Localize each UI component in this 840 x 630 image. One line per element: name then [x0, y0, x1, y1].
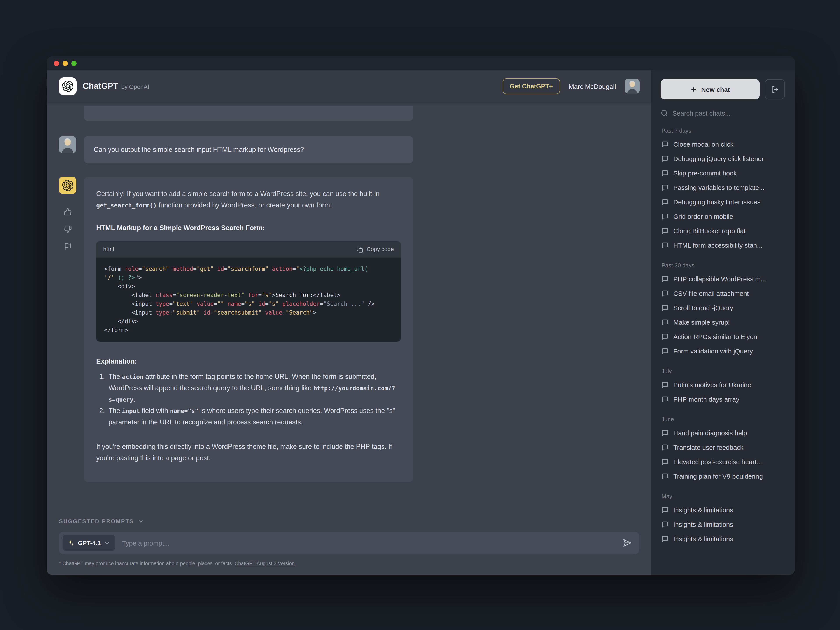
- prompt-composer: GPT-4.1: [59, 532, 639, 554]
- history-section-label: July: [651, 358, 794, 377]
- history-chat-title: Grid order on mobile: [673, 213, 733, 220]
- account-avatar-image: [625, 79, 639, 94]
- get-chatgpt-plus-button[interactable]: Get ChatGPT+: [503, 78, 560, 94]
- chat-bubble-icon: [662, 429, 668, 436]
- history-chat-item[interactable]: Make simple syrup!: [651, 315, 794, 330]
- code-line: <input type="submit" id="searchsubmit" v…: [104, 308, 393, 317]
- history-chat-item[interactable]: Insights & limitations: [651, 517, 794, 532]
- user-message: Can you output the simple search input H…: [84, 136, 413, 163]
- previous-message-bubble-partial: [84, 106, 413, 121]
- history-chat-item[interactable]: Translate user feedback: [651, 440, 794, 455]
- explanation-list: The action attribute in the form tag poi…: [96, 371, 401, 428]
- zoom-window-button[interactable]: [71, 61, 77, 66]
- user-avatar: [59, 136, 76, 153]
- assistant-intro-paragraph: Certainly! If you want to add a simple s…: [96, 188, 401, 211]
- model-selector[interactable]: GPT-4.1: [63, 535, 115, 551]
- history-chat-item[interactable]: Insights & limitations: [651, 503, 794, 517]
- send-button[interactable]: [621, 538, 630, 548]
- history-chat-title: Skip pre-commit hook: [673, 169, 737, 177]
- history-section-label: June: [651, 406, 794, 426]
- composer-wrap: GPT-4.1: [47, 532, 651, 554]
- history-chat-item[interactable]: Form validation with jQuery: [651, 344, 794, 358]
- suggested-prompts-toggle[interactable]: SUGGESTED PROMPTS: [47, 518, 651, 532]
- history-section-label: May: [651, 483, 794, 503]
- chat-bubble-icon: [662, 290, 668, 297]
- account-name: Marc McDougall: [568, 82, 616, 90]
- history-chat-item[interactable]: CSV file email attachment: [651, 286, 794, 300]
- version-link[interactable]: ChatGPT August 3 Version: [235, 561, 294, 566]
- history-chat-item[interactable]: Scroll to end -jQuery: [651, 300, 794, 315]
- chat-bubble-icon: [662, 444, 668, 451]
- history-chat-title: Debugging husky linter issues: [673, 198, 761, 205]
- assistant-avatar: [59, 177, 76, 194]
- chat-bubble-icon: [662, 507, 668, 513]
- copy-code-button[interactable]: Copy code: [357, 244, 394, 255]
- message-feedback-rail: [64, 208, 71, 251]
- sign-out-button[interactable]: [765, 79, 785, 99]
- history-chat-title: HTML form accessibility stan...: [673, 242, 763, 249]
- history-chat-item[interactable]: Skip pre-commit hook: [651, 166, 794, 180]
- history-chat-item[interactable]: PHP month days array: [651, 392, 794, 406]
- assistant-message-row: Certainly! If you want to add a simple s…: [59, 177, 651, 482]
- copy-icon: [357, 246, 363, 253]
- thumbs-down-button[interactable]: [64, 225, 71, 233]
- history-chat-title: PHP collapsible WordPress m...: [673, 275, 766, 283]
- thumbs-up-button[interactable]: [64, 208, 71, 216]
- search-icon: [661, 109, 668, 117]
- flag-button[interactable]: [64, 243, 71, 251]
- code-line: '/' ); ?>">: [104, 273, 393, 282]
- history-chat-title: Elevated post-exercise heart...: [673, 458, 762, 466]
- search-past-chats-input[interactable]: [673, 109, 785, 117]
- thumbs-down-icon: [64, 225, 71, 233]
- history-chat-item[interactable]: Action RPGs similar to Elyon: [651, 330, 794, 344]
- chat-bubble-icon: [662, 184, 668, 191]
- history-chat-item[interactable]: Putin's motives for Ukraine: [651, 377, 794, 392]
- desktop-background: ChatGPT by OpenAI Get ChatGPT+ Marc McDo…: [0, 0, 840, 630]
- history-chat-title: Close modal on click: [673, 141, 733, 148]
- minimize-window-button[interactable]: [63, 61, 68, 66]
- history-chat-item[interactable]: Close modal on click: [651, 137, 794, 152]
- chat-bubble-icon: [662, 521, 668, 528]
- history-chat-title: Training plan for V9 bouldering: [673, 472, 763, 480]
- prompt-input[interactable]: [122, 539, 621, 547]
- history-chat-title: Insights & limitations: [673, 535, 733, 543]
- account-avatar[interactable]: [625, 79, 639, 94]
- history-chat-title: Form validation with jQuery: [673, 347, 753, 355]
- history-chat-item[interactable]: Clone BitBucket repo flat: [651, 224, 794, 238]
- code-block: html Copy code <form role="search" metho…: [96, 241, 401, 342]
- history-section-label: Past 30 days: [651, 253, 794, 272]
- history-chat-title: Putin's motives for Ukraine: [673, 381, 751, 388]
- new-chat-button[interactable]: New chat: [661, 79, 759, 99]
- copy-code-label: Copy code: [366, 244, 394, 255]
- history-chat-item[interactable]: PHP collapsible WordPress m...: [651, 272, 794, 286]
- code-content: <form role="search" method="get" id="sea…: [96, 258, 401, 342]
- chat-bubble-icon: [662, 396, 668, 403]
- chevron-down-icon: [104, 540, 110, 546]
- chat-bubble-icon: [662, 275, 668, 283]
- sidebar-top-actions: New chat: [651, 70, 794, 99]
- history-chat-item[interactable]: Insights & limitations: [651, 532, 794, 546]
- code-line: <input type="text" value="" name="s" id=…: [104, 300, 393, 308]
- markup-heading: HTML Markup for a Simple WordPress Searc…: [96, 222, 401, 234]
- window-titlebar: [47, 57, 794, 70]
- history-chat-item[interactable]: Training plan for V9 bouldering: [651, 469, 794, 483]
- close-window-button[interactable]: [54, 61, 59, 66]
- history-chat-item[interactable]: Elevated post-exercise heart...: [651, 455, 794, 469]
- history-chat-title: Passing variables to template...: [673, 184, 764, 191]
- history-chat-title: Translate user feedback: [673, 444, 744, 451]
- history-chat-item[interactable]: Hand pain diagnosis help: [651, 426, 794, 440]
- history-chat-item[interactable]: Grid order on mobile: [651, 209, 794, 224]
- history-chat-title: Hand pain diagnosis help: [673, 429, 747, 437]
- history-chat-title: CSV file email attachment: [673, 290, 749, 297]
- sparkles-icon: [68, 540, 74, 546]
- history-chat-item[interactable]: Debugging husky linter issues: [651, 195, 794, 209]
- chat-bubble-icon: [662, 333, 668, 340]
- user-message-row: Can you output the simple search input H…: [59, 136, 651, 163]
- history-chat-item[interactable]: Debugging jQuery click listener: [651, 152, 794, 166]
- chat-bubble-icon: [662, 155, 668, 162]
- history-chat-item[interactable]: Passing variables to template...: [651, 180, 794, 195]
- history-chat-item[interactable]: HTML form accessibility stan...: [651, 238, 794, 253]
- chevron-down-icon: [138, 518, 144, 524]
- thumbs-up-icon: [64, 208, 71, 216]
- explanation-heading: Explanation:: [96, 356, 401, 367]
